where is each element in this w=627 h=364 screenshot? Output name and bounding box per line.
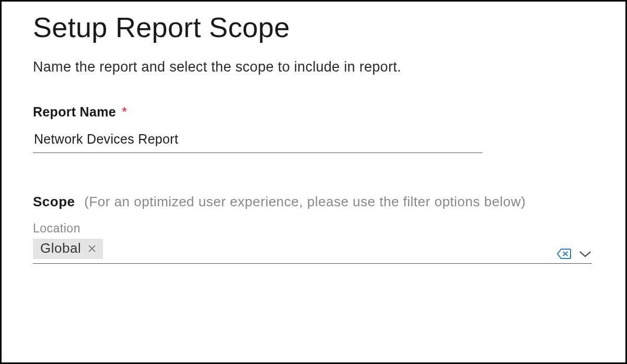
report-name-input[interactable]	[33, 131, 484, 147]
location-label: Location	[33, 221, 594, 236]
page-title: Setup Report Scope	[33, 11, 594, 43]
chevron-down-icon[interactable]	[578, 250, 592, 258]
location-row-icons	[556, 248, 592, 260]
setup-report-scope-panel: Setup Report Scope Name the report and s…	[0, 0, 627, 364]
report-name-label-row: Report Name *	[33, 104, 594, 120]
location-chip-label: Global	[40, 240, 81, 256]
scope-hint: (For an optimized user experience, pleas…	[84, 194, 526, 209]
scope-label-row: Scope (For an optimized user experience,…	[33, 194, 594, 210]
required-asterisk: *	[122, 104, 127, 119]
location-chip: Global	[33, 239, 103, 259]
report-name-label: Report Name	[33, 104, 116, 119]
location-input[interactable]: Global	[33, 239, 592, 264]
clear-all-icon[interactable]	[556, 248, 571, 260]
close-icon[interactable]	[87, 244, 97, 253]
scope-section: Scope (For an optimized user experience,…	[33, 194, 594, 264]
report-name-input-wrap	[33, 128, 482, 153]
scope-label: Scope	[33, 194, 75, 209]
instruction-text: Name the report and select the scope to …	[33, 59, 594, 75]
